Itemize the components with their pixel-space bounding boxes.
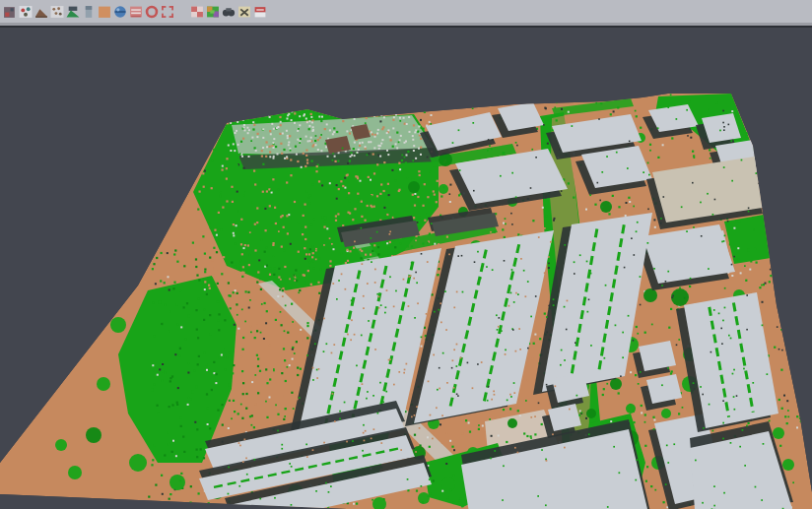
point-cloud-button[interactable] (49, 2, 64, 21)
circle-select-icon (145, 5, 159, 19)
clipping-box-icon (3, 5, 17, 19)
point-cloud-viewport[interactable] (0, 0, 812, 509)
point-samples-icon (19, 5, 33, 19)
flag-tool-button[interactable] (252, 2, 267, 21)
terrain-mesh (0, 94, 812, 509)
raster-grid-button[interactable] (189, 2, 204, 21)
attribute-table-icon (129, 5, 143, 19)
point-cloud-icon (50, 5, 64, 19)
clipping-box-button[interactable] (2, 2, 17, 21)
zoom-extents-button[interactable] (160, 2, 174, 21)
zoom-extents-icon (161, 5, 174, 19)
view-finder-icon (222, 5, 236, 19)
viewport-top-border (0, 26, 812, 28)
profile-column-icon (82, 5, 96, 19)
classification-map-button[interactable] (205, 2, 220, 21)
toolbar-group-1 (2, 2, 175, 21)
globe-icon (113, 5, 127, 19)
classification-map-icon (206, 5, 220, 19)
globe-button[interactable] (112, 2, 127, 21)
toolbar (0, 0, 812, 23)
toolbar-group-2 (189, 2, 268, 21)
app-window (0, 0, 812, 509)
measure-cross-button[interactable] (237, 2, 251, 21)
view-finder-button[interactable] (221, 2, 236, 21)
orthophoto-icon (98, 5, 111, 19)
measure-cross-icon (237, 5, 251, 19)
terrain-mound-icon (34, 5, 48, 19)
attribute-table-button[interactable] (128, 2, 143, 21)
raster-grid-icon (190, 5, 204, 19)
profile-column-button[interactable] (81, 2, 96, 21)
circle-select-button[interactable] (144, 2, 159, 21)
toolbar-separator (175, 11, 189, 12)
tin-surface-button[interactable] (65, 2, 80, 21)
point-samples-button[interactable] (18, 2, 33, 21)
tin-surface-icon (66, 5, 80, 19)
flag-tool-icon (253, 5, 267, 19)
orthophoto-button[interactable] (97, 2, 111, 21)
terrain-mound-button[interactable] (34, 2, 48, 21)
